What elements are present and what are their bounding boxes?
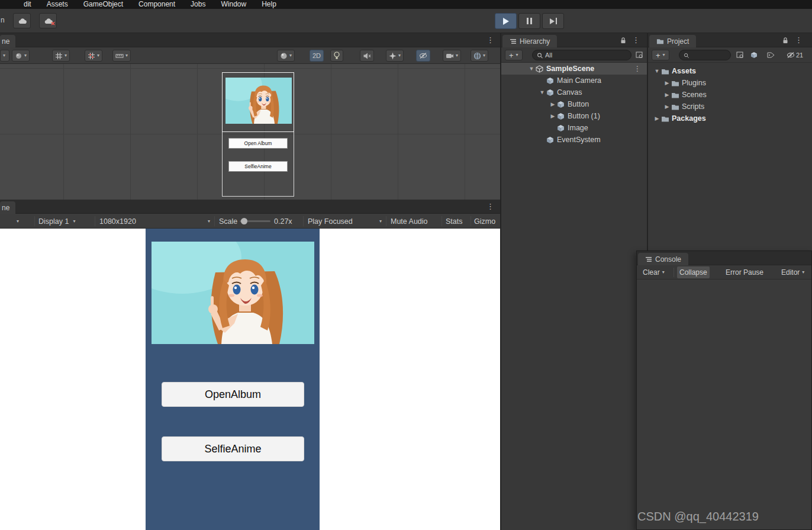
scale-slider[interactable] <box>240 220 270 222</box>
scene-options-kebab-icon[interactable]: ⋮ <box>634 65 641 73</box>
effects-dropdown[interactable]: ▾ <box>386 50 404 62</box>
open-search-window-button[interactable] <box>734 50 745 60</box>
project-icon <box>656 38 664 44</box>
scene-viewport[interactable]: Open Album SelfieAnime <box>0 64 500 200</box>
project-item-plugins[interactable]: ▶ Plugins <box>648 77 812 89</box>
scene-lighting-toggle[interactable] <box>330 50 343 62</box>
project-item-packages[interactable]: ▶ Packages <box>648 113 812 124</box>
tab-project[interactable]: Project <box>649 35 696 47</box>
foldout-collapsed-icon[interactable]: ▶ <box>663 92 671 98</box>
hierarchy-item-canvas[interactable]: ▼ Canvas <box>501 86 647 98</box>
tab-hierarchy[interactable]: Hierarchy <box>502 35 557 47</box>
mute-audio-toggle[interactable]: Mute Audio <box>391 214 428 229</box>
tab-console[interactable]: Console <box>638 253 688 265</box>
console-clear-button[interactable]: Clear ▾ <box>640 265 667 280</box>
game-viewport[interactable]: OpenAlbum SelfieAnime <box>0 229 500 530</box>
console-editor-dropdown[interactable]: Editor ▾ <box>779 265 807 280</box>
tab-game[interactable]: ne <box>0 201 15 214</box>
tool-dropdown-cut[interactable]: ▾ <box>0 50 9 62</box>
hierarchy-item-button-1[interactable]: ▶ Button (1) <box>501 110 647 122</box>
hierarchy-item-image[interactable]: Image <box>501 122 647 134</box>
separator <box>303 216 304 226</box>
console-error-pause-toggle[interactable]: Error Pause <box>723 265 766 280</box>
snap-increment-dropdown[interactable]: ▾ <box>112 50 131 62</box>
project-item-scenes[interactable]: ▶ Scenes <box>648 89 812 101</box>
gameobject-icon <box>557 101 565 108</box>
foldout-collapsed-icon[interactable]: ▶ <box>663 80 671 86</box>
foldout-expanded-icon[interactable]: ▼ <box>538 89 546 95</box>
display-dropdown[interactable]: Display 1 ▾ <box>38 214 75 229</box>
project-item-assets[interactable]: ▼ Assets <box>648 65 812 77</box>
gameobject-icon <box>546 77 555 85</box>
gizmos-dropdown[interactable]: ▾ <box>471 50 488 62</box>
foldout-collapsed-icon[interactable]: ▶ <box>549 101 557 107</box>
scene-image-preview[interactable] <box>225 78 292 124</box>
console-collapse-toggle[interactable]: Collapse <box>677 266 710 278</box>
search-by-type-button[interactable] <box>749 50 759 60</box>
play-controls <box>495 13 566 29</box>
shading-mode-dropdown[interactable]: ▾ <box>277 50 295 62</box>
menu-help[interactable]: Help <box>254 0 284 9</box>
lock-icon[interactable] <box>620 37 626 44</box>
hidden-count-button[interactable]: 21 <box>784 50 805 60</box>
scene-visibility-toggle[interactable] <box>416 50 430 62</box>
open-album-button[interactable]: OpenAlbum <box>162 382 304 407</box>
hierarchy-item-main-camera[interactable]: Main Camera <box>501 75 647 86</box>
menu-gameobject[interactable]: GameObject <box>76 0 131 9</box>
foldout-collapsed-icon[interactable]: ▶ <box>663 104 671 110</box>
open-search-window-button[interactable] <box>634 50 645 60</box>
step-button[interactable] <box>542 13 564 29</box>
hierarchy-search-input[interactable] <box>545 52 627 59</box>
gizmos-toggle[interactable]: Gizmo <box>474 214 495 229</box>
hierarchy-search[interactable] <box>532 50 631 60</box>
foldout-expanded-icon[interactable]: ▼ <box>653 68 661 74</box>
game-menu-kebab-icon[interactable]: ⋮ <box>486 202 494 211</box>
menu-edit[interactable]: dit <box>24 0 39 9</box>
scene-selfie-anime-button[interactable]: SelfieAnime <box>228 161 288 172</box>
hierarchy-create-button[interactable]: +▾ <box>505 50 523 60</box>
menu-component[interactable]: Component <box>131 0 183 9</box>
pause-button[interactable] <box>518 13 540 29</box>
grid-visibility-dropdown[interactable]: ▾ <box>52 50 70 62</box>
menu-window[interactable]: Window <box>213 0 254 9</box>
project-create-button[interactable]: +▾ <box>652 50 669 60</box>
grid-icon <box>55 52 63 60</box>
scene-audio-toggle[interactable] <box>360 50 374 62</box>
cloud-services-button[interactable] <box>13 13 31 28</box>
gameobject-icon <box>546 136 555 144</box>
resolution-dropdown[interactable]: 1080x1920 ▾ <box>99 214 210 229</box>
menu-jobs[interactable]: Jobs <box>183 0 213 9</box>
console-log-area[interactable] <box>637 280 811 529</box>
scene-asset-icon <box>536 65 544 73</box>
foldout-collapsed-icon[interactable]: ▶ <box>549 113 557 119</box>
lock-icon[interactable] <box>782 37 788 44</box>
stats-toggle[interactable]: Stats <box>446 214 463 229</box>
scene-menu-kebab-icon[interactable]: ⋮ <box>486 36 494 44</box>
scale-slider-knob[interactable] <box>241 218 247 224</box>
hierarchy-kebab-icon[interactable]: ⋮ <box>632 36 640 44</box>
game-view-mode-dropdown[interactable]: ▾ <box>17 214 19 229</box>
project-item-scripts[interactable]: ▶ Scripts <box>648 101 812 113</box>
project-kebab-icon[interactable]: ⋮ <box>795 36 803 44</box>
cloud-icon <box>17 17 27 25</box>
camera-settings-dropdown[interactable]: ▾ <box>443 50 461 62</box>
hierarchy-item-eventsystem[interactable]: EventSystem <box>501 134 647 146</box>
pivot-dropdown[interactable]: ▾ <box>12 50 30 62</box>
hierarchy-item-samplescene[interactable]: ▼ SampleScene ⋮ <box>501 63 647 75</box>
foldout-collapsed-icon[interactable]: ▶ <box>653 115 661 121</box>
2d-toggle[interactable]: 2D <box>310 50 324 62</box>
folder-icon <box>661 115 669 123</box>
play-button[interactable] <box>495 13 517 29</box>
search-by-label-button[interactable] <box>765 50 776 60</box>
grid-snap-dropdown[interactable]: ▾ <box>85 50 102 62</box>
tab-scene[interactable]: ne <box>0 35 15 47</box>
play-focused-dropdown[interactable]: Play Focused ▾ <box>308 214 382 229</box>
scene-open-album-button[interactable]: Open Album <box>228 138 288 149</box>
hierarchy-item-button[interactable]: ▶ Button <box>501 98 647 110</box>
foldout-expanded-icon[interactable]: ▼ <box>527 66 536 72</box>
collab-button[interactable]: ✕ <box>39 13 57 28</box>
project-search-input[interactable] <box>691 52 726 59</box>
menu-assets[interactable]: Assets <box>39 0 76 9</box>
selfie-anime-button[interactable]: SelfieAnime <box>162 436 304 461</box>
project-search[interactable] <box>679 50 731 60</box>
